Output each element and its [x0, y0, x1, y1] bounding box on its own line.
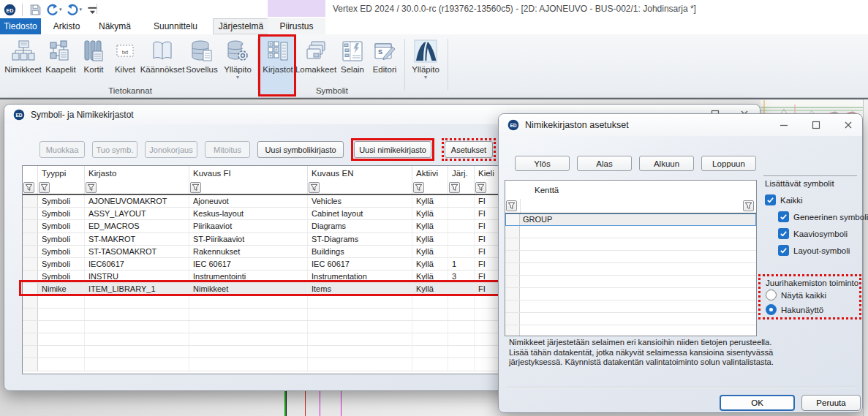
row-selector-cell[interactable] — [505, 288, 520, 300]
toolbar-button[interactable]: Muokkaa — [39, 141, 85, 158]
header-cell[interactable]: Aktiivi — [412, 166, 448, 181]
row-selector-cell[interactable] — [23, 296, 38, 308]
row-selector-cell[interactable] — [23, 346, 38, 358]
field-row[interactable] — [505, 263, 756, 276]
ribbon-tab[interactable]: Arkisto — [45, 18, 88, 34]
toolbar-button[interactable]: Uusi nimikekirjasto — [354, 141, 431, 158]
radio-button[interactable] — [766, 290, 777, 300]
ribbon-button[interactable]: Lomakkeet ▾ — [295, 36, 336, 94]
move-button[interactable]: Alas — [577, 156, 632, 171]
ribbon-tab[interactable]: Tiedosto — [0, 18, 41, 34]
ribbon-tab[interactable]: Suunnittelu — [142, 18, 209, 34]
toolbar-button[interactable]: Mitoitus — [205, 141, 250, 158]
row-selector-cell[interactable] — [23, 333, 38, 345]
ribbon-tab[interactable]: Näkymä — [91, 18, 139, 34]
row-selector-cell[interactable] — [23, 358, 38, 370]
move-button[interactable]: Loppuun — [701, 156, 756, 171]
ribbon-button[interactable]: Selain ▾ — [336, 36, 369, 94]
filter-button[interactable] — [449, 182, 460, 193]
row-selector-cell[interactable] — [23, 321, 38, 333]
checkbox-row[interactable]: Layout-symboli — [778, 242, 868, 259]
checkbox[interactable] — [778, 228, 789, 239]
checkbox[interactable] — [765, 194, 776, 205]
close-icon[interactable] — [843, 120, 853, 130]
move-button[interactable]: Alkuun — [639, 156, 694, 171]
header-cell[interactable]: Kenttä — [520, 181, 756, 199]
ribbon-tab[interactable]: Järjestelmä — [213, 18, 269, 34]
row-selector-cell[interactable] — [23, 309, 38, 320]
row-selector-cell[interactable] — [505, 263, 520, 275]
field-row[interactable] — [505, 251, 756, 263]
header-cell[interactable]: Kuvaus FI — [189, 166, 308, 181]
checkbox[interactable] — [778, 245, 789, 256]
filter-button[interactable] — [506, 200, 517, 211]
row-selector-cell[interactable] — [23, 208, 38, 219]
field-row[interactable]: GROUP — [505, 213, 756, 226]
row-selector-cell[interactable] — [505, 226, 520, 238]
ribbon-button[interactable]: txt Kilvet ▾ — [109, 36, 141, 94]
ok-button[interactable]: OK — [720, 395, 795, 411]
row-selector-cell[interactable] — [505, 251, 520, 262]
ribbon-button[interactable]: Kaapelit ▾ — [43, 36, 78, 94]
filter-button[interactable] — [475, 182, 486, 193]
filter-button[interactable] — [190, 182, 201, 193]
row-selector-cell[interactable] — [505, 276, 520, 287]
quick-access-item[interactable]: ▾ — [67, 4, 83, 16]
quick-access-item[interactable]: ▾ — [46, 4, 62, 16]
ribbon-button[interactable]: Ylläpito ▾ — [220, 36, 255, 94]
field-row[interactable] — [505, 313, 756, 325]
header-cell[interactable]: Kirjasto — [85, 166, 189, 181]
toolbar-button[interactable]: Tuo symb. — [92, 141, 137, 158]
quick-access-item[interactable]: ▾ — [22, 4, 42, 16]
filter-button[interactable] — [743, 200, 754, 211]
ribbon-button[interactable]: Sovellus ▾ — [184, 36, 220, 94]
filter-button[interactable] — [86, 182, 97, 193]
toolbar-button[interactable]: Uusi symbolikirjasto — [257, 141, 344, 158]
filter-button[interactable] — [23, 182, 34, 193]
checkbox-row[interactable]: Kaikki — [765, 192, 868, 208]
header-cell[interactable] — [23, 166, 38, 181]
checkbox[interactable] — [778, 211, 789, 222]
ribbon-tab[interactable]: Piirustus — [268, 18, 325, 34]
row-selector-cell[interactable] — [23, 220, 38, 232]
header-cell[interactable]: Kuvaus EN — [308, 166, 412, 181]
ribbon-button[interactable]: S Editori ▾ — [369, 36, 401, 94]
ribbon-button[interactable]: Nimikkeet ▾ — [3, 36, 43, 94]
ribbon-button[interactable]: Kortit ▾ — [78, 36, 109, 94]
row-selector-cell[interactable] — [23, 246, 38, 257]
row-selector-cell[interactable] — [505, 238, 520, 250]
maximize-icon[interactable] — [811, 120, 821, 130]
checkbox-row[interactable]: Geneerinen symboli — [778, 208, 868, 225]
field-row[interactable] — [505, 276, 756, 288]
minimize-icon[interactable] — [779, 120, 789, 130]
radio-row[interactable]: Näytä kaikki — [766, 288, 859, 302]
header-cell[interactable]: Järj. — [448, 166, 475, 181]
row-selector-cell[interactable] — [23, 283, 38, 295]
field-row[interactable] — [505, 325, 756, 336]
radio-button[interactable] — [766, 304, 777, 315]
filter-button[interactable] — [39, 182, 50, 193]
row-selector-cell[interactable] — [505, 213, 520, 225]
ribbon-button[interactable]: Kirjastot ▾ — [260, 36, 295, 94]
quick-access-item[interactable]: ED ▾ — [4, 4, 16, 16]
row-selector-cell[interactable] — [23, 258, 38, 270]
header-cell[interactable]: Tyyppi — [38, 166, 85, 181]
ribbon-button[interactable]: Ylläpito ▾ — [407, 36, 444, 94]
move-button[interactable]: Ylös — [515, 156, 570, 171]
checkbox-row[interactable]: Kaaviosymboli — [778, 225, 868, 242]
row-selector-cell[interactable] — [23, 195, 38, 207]
field-row[interactable] — [505, 288, 756, 300]
field-row[interactable] — [505, 238, 756, 251]
filter-button[interactable] — [309, 182, 320, 193]
field-row[interactable] — [505, 226, 756, 238]
row-selector-cell[interactable] — [505, 313, 520, 325]
ribbon-button[interactable]: Käännökset ▾ — [141, 36, 184, 94]
row-selector-cell[interactable] — [23, 233, 38, 245]
radio-row[interactable]: Hakunäyttö — [766, 303, 859, 317]
filter-button[interactable] — [413, 182, 424, 193]
toolbar-button[interactable]: Jonokorjaus — [145, 141, 197, 158]
row-selector-cell[interactable] — [505, 325, 520, 336]
row-selector-cell[interactable] — [505, 300, 520, 312]
field-row[interactable] — [505, 300, 756, 313]
row-selector-cell[interactable] — [23, 271, 38, 282]
